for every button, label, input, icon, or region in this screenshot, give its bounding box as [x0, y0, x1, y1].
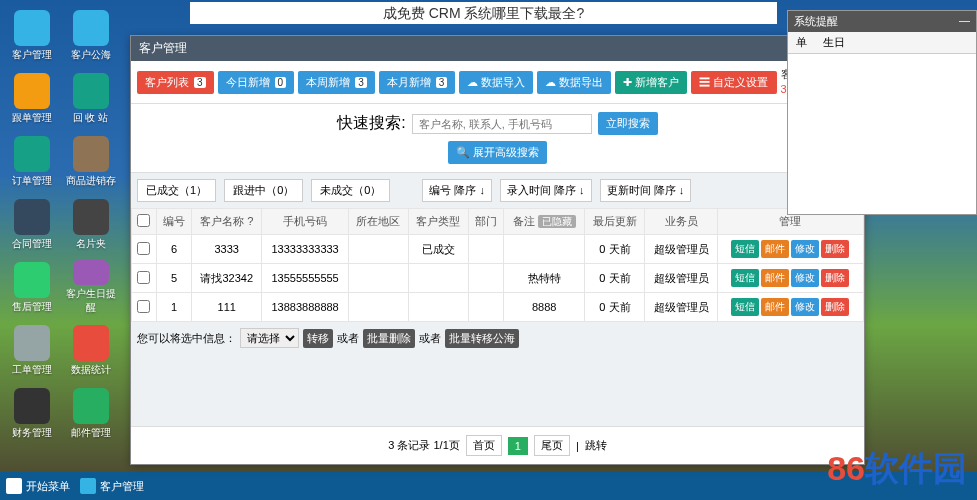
desktop-icon-3-1[interactable]: 名片夹 — [63, 197, 118, 252]
filter-tab-0[interactable]: 已成交（1） — [137, 179, 216, 202]
reminder-close-icon[interactable]: — — [959, 14, 970, 29]
desktop-icons: 客户管理客户公海跟单管理回 收 站订单管理商品进销存合同管理名片夹售后管理客户生… — [0, 0, 130, 500]
toolbar-btn-7[interactable]: ☰ 自定义设置 — [691, 71, 776, 94]
col-5: 客户类型 — [408, 209, 468, 235]
start-menu-button[interactable]: 开始菜单 — [6, 478, 70, 494]
col-0 — [132, 209, 157, 235]
pager-last[interactable]: 尾页 — [534, 435, 570, 456]
desktop-icon-5-1[interactable]: 数据统计 — [63, 323, 118, 378]
top-banner-text: 成免费 CRM 系统哪里下载最全? — [190, 2, 777, 24]
row-action-1[interactable]: 邮件 — [761, 298, 789, 316]
row-action-0[interactable]: 短信 — [731, 298, 759, 316]
row-action-1[interactable]: 邮件 — [761, 240, 789, 258]
desktop-icon-2-0[interactable]: 订单管理 — [4, 134, 59, 189]
desktop-icon-1-1[interactable]: 回 收 站 — [63, 71, 118, 126]
col-2: 客户名称 ? — [192, 209, 262, 235]
sort-btn-0[interactable]: 编号 降序 ↓ — [422, 179, 492, 202]
desktop-icon-3-0[interactable]: 合同管理 — [4, 197, 59, 252]
search-area: 快速搜索: 立即搜索 🔍 展开高级搜索 — [131, 104, 864, 173]
window-title: 客户管理 — [139, 40, 187, 57]
advanced-search-toggle[interactable]: 🔍 展开高级搜索 — [448, 141, 547, 164]
col-1: 编号 — [156, 209, 191, 235]
pager-page-1[interactable]: 1 — [508, 437, 528, 455]
row-action-0[interactable]: 短信 — [731, 240, 759, 258]
col-3: 手机号码 — [262, 209, 348, 235]
pager-jump[interactable]: 跳转 — [585, 438, 607, 453]
row-checkbox[interactable] — [137, 271, 150, 284]
pager-info: 3 条记录 1/1页 — [388, 438, 460, 453]
pager-first[interactable]: 首页 — [466, 435, 502, 456]
search-label: 快速搜索: — [337, 113, 405, 134]
customer-table: 编号客户名称 ?手机号码所在地区客户类型部门备注 已隐藏最后更新业务员管理633… — [131, 208, 864, 322]
table-row: 5请找3234213555555555热特特0 天前超级管理员短信邮件修改删除 — [132, 264, 864, 293]
row-action-3[interactable]: 删除 — [821, 269, 849, 287]
filter-row: 已成交（1）跟进中（0）未成交（0）编号 降序 ↓录入时间 降序 ↓更新时间 降… — [131, 173, 864, 208]
batch-move-public[interactable]: 批量转移公海 — [445, 329, 519, 348]
taskbar-task-customer[interactable]: 客户管理 — [80, 478, 144, 494]
row-action-3[interactable]: 删除 — [821, 298, 849, 316]
desktop-icon-4-1[interactable]: 客户生日提醒 — [63, 260, 118, 315]
filter-tab-2[interactable]: 未成交（0） — [311, 179, 390, 202]
batch-operations: 您可以将选中信息： 请选择 转移 或者 批量删除 或者 批量转移公海 — [131, 322, 864, 354]
row-action-2[interactable]: 修改 — [791, 298, 819, 316]
toolbar-btn-2[interactable]: 本周新增3 — [298, 71, 375, 94]
row-action-3[interactable]: 删除 — [821, 240, 849, 258]
select-all-checkbox[interactable] — [137, 214, 150, 227]
col-8: 最后更新 — [585, 209, 645, 235]
toolbar-btn-3[interactable]: 本月新增3 — [379, 71, 456, 94]
sort-btn-1[interactable]: 录入时间 降序 ↓ — [500, 179, 592, 202]
system-reminder-panel: 系统提醒 — 单 生日 — [787, 10, 977, 215]
search-button[interactable]: 立即搜索 — [598, 112, 658, 135]
col-4: 所在地区 — [348, 209, 408, 235]
desktop-icon-0-0[interactable]: 客户管理 — [4, 8, 59, 63]
batch-select[interactable]: 请选择 — [240, 328, 299, 348]
row-action-2[interactable]: 修改 — [791, 240, 819, 258]
row-action-2[interactable]: 修改 — [791, 269, 819, 287]
row-checkbox[interactable] — [137, 300, 150, 313]
col-7: 备注 已隐藏 — [503, 209, 585, 235]
row-checkbox[interactable] — [137, 242, 150, 255]
desktop-icon-6-0[interactable]: 财务管理 — [4, 386, 59, 441]
toolbar-btn-4[interactable]: ☁ 数据导入 — [459, 71, 533, 94]
col-9: 业务员 — [645, 209, 717, 235]
desktop-icon-5-0[interactable]: 工单管理 — [4, 323, 59, 378]
reminder-body — [788, 54, 976, 214]
toolbar: 客户列表3今日新增0本周新增3本月新增3☁ 数据导入☁ 数据导出✚ 新增客户☰ … — [131, 61, 864, 104]
toolbar-btn-0[interactable]: 客户列表3 — [137, 71, 214, 94]
watermark-logo: 86软件园 — [827, 446, 967, 492]
toolbar-btn-1[interactable]: 今日新增0 — [218, 71, 295, 94]
row-action-0[interactable]: 短信 — [731, 269, 759, 287]
filter-tab-1[interactable]: 跟进中（0） — [224, 179, 303, 202]
search-input[interactable] — [412, 114, 592, 134]
sort-btn-2[interactable]: 更新时间 降序 ↓ — [600, 179, 692, 202]
batch-transfer[interactable]: 转移 — [303, 329, 333, 348]
reminder-title: 系统提醒 — [794, 14, 838, 29]
desktop-icon-4-0[interactable]: 售后管理 — [4, 260, 59, 315]
pagination: 3 条记录 1/1页 首页 1 尾页 | 跳转 — [131, 426, 864, 464]
reminder-tab-0[interactable]: 单 — [788, 32, 815, 53]
batch-delete[interactable]: 批量删除 — [363, 329, 415, 348]
reminder-tab-1[interactable]: 生日 — [815, 32, 853, 53]
toolbar-btn-5[interactable]: ☁ 数据导出 — [537, 71, 611, 94]
toolbar-btn-6[interactable]: ✚ 新增客户 — [615, 71, 687, 94]
table-row: 6333313333333333已成交0 天前超级管理员短信邮件修改删除 — [132, 235, 864, 264]
desktop-icon-0-1[interactable]: 客户公海 — [63, 8, 118, 63]
desktop-icon-6-1[interactable]: 邮件管理 — [63, 386, 118, 441]
desktop-icon-2-1[interactable]: 商品进销存 — [63, 134, 118, 189]
desktop-icon-1-0[interactable]: 跟单管理 — [4, 71, 59, 126]
table-row: 11111388388888888880 天前超级管理员短信邮件修改删除 — [132, 293, 864, 322]
row-action-1[interactable]: 邮件 — [761, 269, 789, 287]
customer-management-window: 客户管理 — □ × 客户列表3今日新增0本周新增3本月新增3☁ 数据导入☁ 数… — [130, 35, 865, 465]
col-6: 部门 — [468, 209, 503, 235]
